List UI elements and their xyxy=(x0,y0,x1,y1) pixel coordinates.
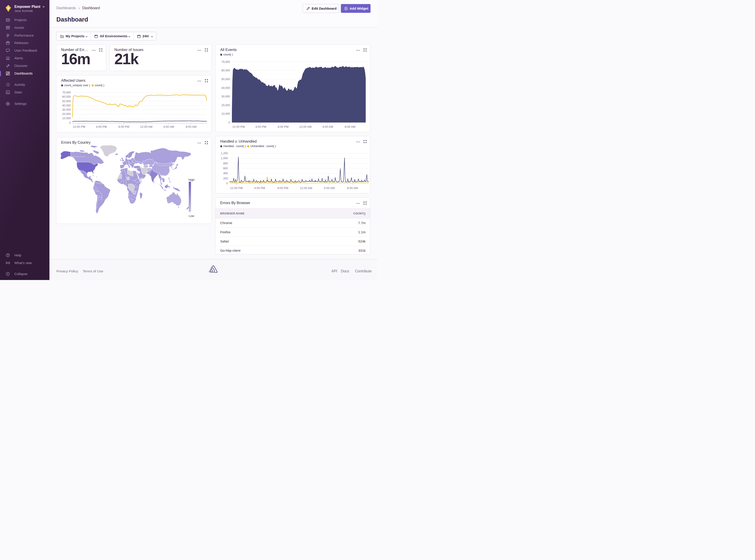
svg-text:12:00 AM: 12:00 AM xyxy=(140,125,152,128)
svg-text:60,000: 60,000 xyxy=(62,95,71,98)
svg-text:12:00 AM: 12:00 AM xyxy=(299,125,312,128)
svg-text:70,000: 70,000 xyxy=(221,60,230,63)
svg-text:50,000: 50,000 xyxy=(62,100,71,103)
svg-text:12:00 PM: 12:00 PM xyxy=(230,186,243,190)
svg-text:8:00 PM: 8:00 PM xyxy=(118,125,129,128)
svg-text:0: 0 xyxy=(226,182,228,185)
svg-text:12:00 PM: 12:00 PM xyxy=(73,125,85,128)
svg-text:1,200: 1,200 xyxy=(221,152,228,155)
svg-text:70,000: 70,000 xyxy=(62,91,71,94)
svg-text:30,000: 30,000 xyxy=(221,95,230,98)
svg-text:4:00 AM: 4:00 AM xyxy=(323,125,333,128)
svg-text:12:00 PM: 12:00 PM xyxy=(232,125,245,128)
svg-text:4:00 AM: 4:00 AM xyxy=(324,186,334,190)
svg-text:4:00 PM: 4:00 PM xyxy=(254,186,265,190)
svg-text:10,000: 10,000 xyxy=(62,117,71,120)
svg-text:8:00 PM: 8:00 PM xyxy=(278,125,289,128)
svg-text:40,000: 40,000 xyxy=(221,86,230,89)
svg-text:600: 600 xyxy=(223,167,228,170)
svg-text:50,000: 50,000 xyxy=(221,78,230,81)
svg-text:0: 0 xyxy=(69,121,71,124)
svg-text:8:00 PM: 8:00 PM xyxy=(277,186,288,190)
svg-text:20,000: 20,000 xyxy=(62,113,71,116)
svg-text:8:00 AM: 8:00 AM xyxy=(347,186,358,190)
svg-text:8:00 AM: 8:00 AM xyxy=(186,125,197,128)
svg-text:20,000: 20,000 xyxy=(221,104,230,107)
svg-text:8:00 AM: 8:00 AM xyxy=(345,125,355,128)
svg-text:4:00 PM: 4:00 PM xyxy=(255,125,266,128)
svg-text:200: 200 xyxy=(223,177,228,180)
svg-text:10,000: 10,000 xyxy=(221,112,230,115)
svg-text:1,000: 1,000 xyxy=(221,157,228,160)
svg-text:30,000: 30,000 xyxy=(62,108,71,112)
svg-text:4:00 PM: 4:00 PM xyxy=(96,125,107,128)
svg-text:40,000: 40,000 xyxy=(62,104,71,107)
svg-text:400: 400 xyxy=(223,172,228,175)
svg-text:60,000: 60,000 xyxy=(221,69,230,72)
svg-text:4:00 AM: 4:00 AM xyxy=(163,125,174,128)
svg-text:800: 800 xyxy=(223,162,228,165)
svg-text:0: 0 xyxy=(229,121,230,124)
svg-text:12:00 AM: 12:00 AM xyxy=(300,186,312,190)
